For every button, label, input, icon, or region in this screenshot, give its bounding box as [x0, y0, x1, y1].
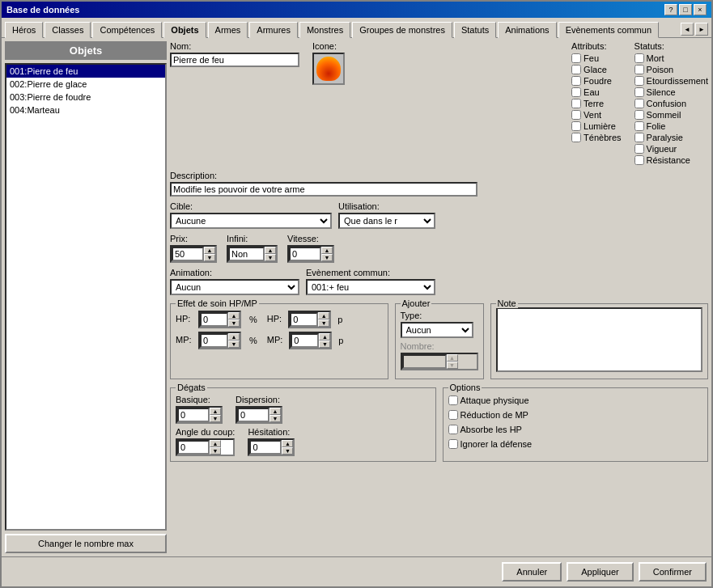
appliquer-button[interactable]: Appliquer [567, 562, 633, 582]
infini-up-btn[interactable]: ▲ [265, 247, 276, 254]
vitesse-input[interactable] [289, 247, 321, 261]
tab-monstres[interactable]: Monstres [299, 22, 350, 38]
tab-armures[interactable]: Armures [249, 22, 298, 38]
stat-silence-check[interactable] [634, 87, 644, 97]
attr-tenebres-check[interactable] [571, 133, 581, 142]
angle-up[interactable]: ▲ [210, 440, 221, 447]
attr-foudre-check[interactable] [571, 76, 581, 86]
hesitation-down[interactable]: ▼ [282, 447, 293, 455]
utilisation-select[interactable]: Que dans le r [338, 213, 435, 229]
tab-statuts[interactable]: Statuts [454, 22, 496, 38]
attr-eau-label: Eau [584, 87, 600, 97]
stat-sommeil-check[interactable] [634, 110, 644, 120]
dispersion-up[interactable]: ▲ [269, 408, 281, 415]
help-button[interactable]: ? [664, 4, 677, 15]
hesitation-up[interactable]: ▲ [282, 440, 293, 447]
hp2-up[interactable]: ▲ [318, 312, 329, 319]
hp-input2[interactable] [290, 312, 318, 327]
ajouter-content: Type: Aucun Nombre: ▲ ▼ [401, 307, 478, 370]
basique-down[interactable]: ▼ [210, 415, 221, 422]
note-textarea[interactable] [496, 307, 703, 372]
degats-label: Dégats [176, 383, 207, 392]
stat-poison-check[interactable] [634, 65, 644, 74]
maximize-button[interactable]: □ [679, 4, 692, 15]
tab-armes[interactable]: Armes [208, 22, 248, 38]
list-item[interactable]: 004:Marteau [6, 104, 165, 116]
panel-title: Objets [5, 41, 167, 60]
list-item[interactable]: 003:Pierre de foudre [6, 91, 165, 104]
close-button[interactable]: × [694, 4, 707, 15]
icone-box[interactable] [312, 53, 345, 85]
vitesse-down-btn[interactable]: ▼ [321, 254, 333, 261]
tab-scroll-right[interactable]: ► [695, 23, 708, 36]
mp-input2[interactable] [291, 333, 319, 348]
infini-input[interactable] [228, 247, 265, 261]
tab-classes[interactable]: Classes [45, 22, 91, 38]
prix-down-btn[interactable]: ▼ [204, 254, 215, 261]
infini-down-btn[interactable]: ▼ [265, 254, 276, 261]
stat-vigueur-check[interactable] [634, 144, 644, 154]
annuler-button[interactable]: Annuler [502, 562, 562, 582]
stat-mort-check[interactable] [634, 53, 644, 63]
hp-spinner2: ▲ ▼ [288, 311, 331, 328]
tab-objets[interactable]: Objets [163, 22, 206, 38]
opt-attaque-check[interactable] [448, 396, 458, 405]
attr-glace-check[interactable] [571, 65, 581, 74]
hp1-down[interactable]: ▼ [228, 319, 240, 327]
angle-input[interactable] [177, 440, 210, 455]
items-list[interactable]: 001:Pierre de feu 002:Pierre de glace 00… [5, 63, 167, 531]
list-item[interactable]: 002:Pierre de glace [6, 78, 165, 91]
vitesse-up-btn[interactable]: ▲ [321, 247, 333, 254]
dispersion-down[interactable]: ▼ [269, 415, 281, 422]
attr-eau-check[interactable] [571, 87, 581, 97]
tab-competences[interactable]: Compétences [92, 22, 162, 38]
stat-vigueur-label: Vigueur [647, 144, 677, 154]
cible-select[interactable]: Aucune [170, 213, 332, 229]
opt-absorbe-check[interactable] [448, 425, 458, 434]
basique-input[interactable] [177, 408, 210, 422]
hp-pct: % [249, 315, 257, 324]
mp2-down[interactable]: ▼ [319, 341, 330, 348]
confirmer-button[interactable]: Confirmer [639, 562, 707, 582]
tab-evenements[interactable]: Evènements commun [558, 22, 659, 38]
hp-input1[interactable] [200, 312, 228, 327]
nom-input[interactable] [170, 53, 299, 67]
stat-folie-label: Folie [647, 121, 666, 131]
mp-input1[interactable] [200, 333, 228, 348]
angle-down[interactable]: ▼ [210, 447, 221, 455]
opt-ignorer-check[interactable] [448, 439, 458, 449]
ajouter-section: Ajouter Type: Aucun Nombre: [395, 303, 484, 379]
dispersion-input[interactable] [237, 408, 269, 422]
tab-scroll-left[interactable]: ◄ [681, 23, 694, 36]
evenement-select[interactable]: 001:+ feu [306, 279, 435, 295]
animation-select[interactable]: Aucun [170, 279, 299, 295]
ajouter-label: Ajouter [401, 298, 432, 308]
mp1-up[interactable]: ▲ [228, 333, 240, 341]
attr-vent-check[interactable] [571, 110, 581, 120]
opt-reduction-check[interactable] [448, 410, 458, 420]
change-max-button[interactable]: Changer le nombre max [5, 534, 167, 553]
attr-lumiere-check[interactable] [571, 121, 581, 131]
hp2-down[interactable]: ▼ [318, 319, 329, 327]
tab-heros[interactable]: Héros [5, 22, 43, 38]
attr-terre-check[interactable] [571, 99, 581, 108]
stat-etourdissement-check[interactable] [634, 76, 644, 86]
basique-up[interactable]: ▲ [210, 408, 221, 415]
tab-groupes[interactable]: Groupes de monstres [352, 22, 452, 38]
hp1-up[interactable]: ▲ [228, 312, 240, 319]
stat-confusion-check[interactable] [634, 99, 644, 108]
list-item[interactable]: 001:Pierre de feu [6, 65, 165, 78]
attr-feu-check[interactable] [571, 53, 581, 63]
description-input[interactable] [170, 182, 477, 197]
stat-folie-check[interactable] [634, 121, 644, 131]
tab-animations[interactable]: Animations [498, 22, 556, 38]
infini-spinner: ▲ ▼ [227, 245, 278, 263]
mp1-down[interactable]: ▼ [228, 341, 240, 348]
type-select[interactable]: Aucun [401, 322, 473, 338]
prix-up-btn[interactable]: ▲ [204, 247, 215, 254]
hesitation-input[interactable] [249, 440, 282, 455]
stat-resistance-check[interactable] [634, 155, 644, 165]
prix-input[interactable] [172, 247, 204, 261]
mp2-up[interactable]: ▲ [319, 333, 330, 341]
stat-paralysie-check[interactable] [634, 133, 644, 142]
